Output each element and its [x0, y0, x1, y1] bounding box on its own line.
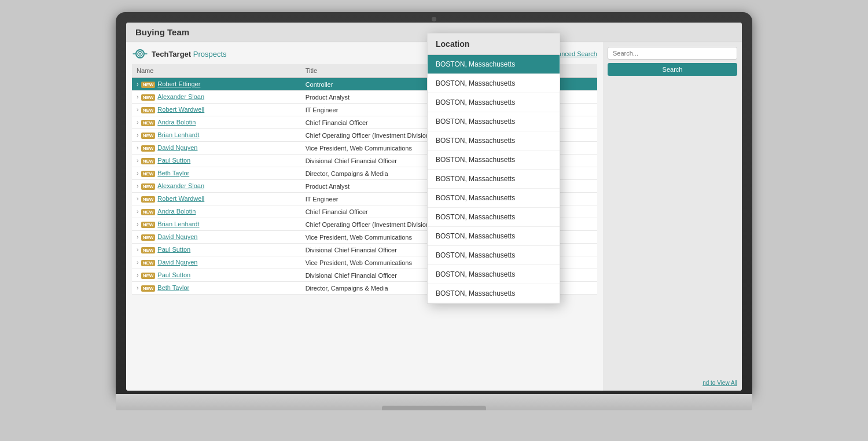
logo-text: TechTarget Prospects: [152, 50, 227, 58]
svg-point-2: [139, 53, 141, 54]
dropdown-item[interactable]: BOSTON, Massachusetts: [428, 112, 560, 131]
dropdown-item[interactable]: BOSTON, Massachusetts: [428, 208, 560, 227]
prospect-name-cell: ›NEWDavid Nguyen: [132, 231, 301, 244]
location-dropdown[interactable]: Location BOSTON, MassachusettsBOSTON, Ma…: [427, 33, 560, 304]
prospect-name-cell: ›NEWBeth Taylor: [132, 167, 301, 180]
prospect-name[interactable]: Brian Lenhardt: [157, 220, 199, 227]
dropdown-item[interactable]: BOSTON, Massachusetts: [428, 74, 560, 93]
search-input[interactable]: [608, 47, 737, 60]
dropdown-item[interactable]: BOSTON, Massachusetts: [428, 246, 560, 265]
expand-arrow: ›: [137, 182, 139, 189]
new-badge: NEW: [141, 145, 156, 152]
expand-arrow: ›: [137, 195, 139, 202]
dropdown-header: Location: [428, 34, 560, 55]
expand-arrow: ›: [137, 144, 139, 151]
new-badge: NEW: [141, 107, 156, 113]
prospect-name-cell: ›NEWAlexander Sloan: [132, 180, 301, 193]
expand-arrow: ›: [137, 208, 139, 215]
new-badge: NEW: [141, 171, 156, 177]
prospect-name-cell: ›NEWAndra Bolotin: [132, 205, 301, 218]
new-badge: NEW: [141, 234, 156, 241]
view-all-link[interactable]: nd to View All: [608, 380, 737, 386]
new-badge: NEW: [141, 158, 156, 164]
buying-team-title: Buying Team: [135, 27, 189, 37]
prospect-name[interactable]: Beth Taylor: [157, 170, 189, 177]
prospect-name[interactable]: Robert Wardwell: [157, 106, 204, 113]
expand-arrow: ›: [137, 271, 139, 278]
dropdown-item[interactable]: BOSTON, Massachusetts: [428, 189, 560, 208]
prospect-name-cell: ›NEWPaul Sutton: [132, 155, 301, 167]
prospect-name[interactable]: Paul Sutton: [157, 246, 190, 253]
dropdown-item[interactable]: BOSTON, Massachusetts: [428, 265, 560, 284]
prospect-name[interactable]: Alexander Sloan: [157, 182, 204, 189]
prospect-name[interactable]: Robert Wardwell: [157, 195, 204, 202]
screen-bezel: Buying Team: [116, 12, 752, 394]
prospect-name-cell: ›NEWBrian Lenhardt: [132, 218, 301, 231]
prospect-name[interactable]: David Nguyen: [157, 144, 197, 151]
prospect-name[interactable]: Alexander Sloan: [157, 93, 204, 100]
techtarget-logo-icon: [132, 48, 148, 60]
new-badge: NEW: [141, 209, 156, 215]
new-badge: NEW: [141, 94, 156, 101]
logo-sub: Prospects: [193, 50, 227, 58]
prospect-name[interactable]: Andra Bolotin: [157, 208, 196, 215]
dropdown-item[interactable]: BOSTON, Massachusetts: [428, 284, 560, 303]
laptop-frame: Buying Team: [116, 12, 752, 429]
dropdown-item[interactable]: BOSTON, Massachusetts: [428, 131, 560, 150]
expand-arrow: ›: [137, 246, 139, 253]
expand-arrow: ›: [137, 170, 139, 177]
prospect-name[interactable]: Brian Lenhardt: [157, 131, 199, 138]
laptop-base: [116, 394, 752, 410]
new-badge: NEW: [141, 273, 156, 279]
prospect-name[interactable]: David Nguyen: [157, 233, 197, 240]
expand-arrow: ›: [137, 80, 139, 87]
prospect-name-cell: ›NEWDavid Nguyen: [132, 142, 301, 155]
prospect-name[interactable]: Andra Bolotin: [157, 119, 196, 126]
prospect-name-cell: ›NEWAndra Bolotin: [132, 116, 301, 129]
new-badge: NEW: [141, 196, 156, 203]
advanced-search-link[interactable]: anced Search: [558, 50, 597, 57]
expand-arrow: ›: [137, 233, 139, 240]
right-panel: Search nd to View All: [603, 42, 742, 391]
prospect-name[interactable]: David Nguyen: [157, 259, 197, 266]
new-badge: NEW: [141, 260, 156, 266]
prospect-name[interactable]: Beth Taylor: [157, 284, 189, 291]
dropdown-item[interactable]: BOSTON, Massachusetts: [428, 170, 560, 189]
prospect-name[interactable]: Paul Sutton: [157, 271, 190, 278]
prospect-name-cell: ›NEWRobert Wardwell: [132, 193, 301, 205]
screen: Buying Team: [126, 23, 742, 391]
new-badge: NEW: [141, 183, 156, 190]
dropdown-item[interactable]: BOSTON, Massachusetts: [428, 150, 560, 170]
expand-arrow: ›: [137, 106, 139, 113]
expand-arrow: ›: [137, 93, 139, 100]
prospect-name-cell: ›NEWRobert Ettinger: [132, 78, 301, 91]
dropdown-item[interactable]: BOSTON, Massachusetts: [428, 55, 560, 74]
new-badge: NEW: [141, 222, 156, 228]
prospect-name-cell: ›NEWRobert Wardwell: [132, 104, 301, 116]
prospect-name[interactable]: Paul Sutton: [157, 157, 190, 164]
dropdown-item[interactable]: BOSTON, Massachusetts: [428, 93, 560, 112]
expand-arrow: ›: [137, 259, 139, 266]
prospect-name-cell: ›NEWDavid Nguyen: [132, 256, 301, 269]
logo-brand: TechTarget: [152, 50, 191, 58]
camera: [432, 17, 436, 21]
prospect-name-cell: ›NEWPaul Sutton: [132, 269, 301, 282]
expand-arrow: ›: [137, 131, 139, 138]
new-badge: NEW: [141, 82, 156, 88]
expand-arrow: ›: [137, 157, 139, 164]
new-badge: NEW: [141, 285, 156, 292]
prospect-name-cell: ›NEWBrian Lenhardt: [132, 129, 301, 142]
new-badge: NEW: [141, 133, 156, 139]
new-badge: NEW: [141, 120, 156, 126]
dropdown-item[interactable]: BOSTON, Massachusetts: [428, 227, 560, 246]
prospect-name-cell: ›NEWBeth Taylor: [132, 282, 301, 295]
expand-arrow: ›: [137, 119, 139, 126]
prospect-name[interactable]: Robert Ettinger: [157, 80, 200, 87]
search-button[interactable]: Search: [608, 63, 737, 76]
dropdown-items-container: BOSTON, MassachusettsBOSTON, Massachuset…: [428, 55, 560, 303]
prospect-name-cell: ›NEWPaul Sutton: [132, 244, 301, 256]
expand-arrow: ›: [137, 220, 139, 227]
logo-area: TechTarget Prospects: [132, 48, 227, 60]
expand-arrow: ›: [137, 284, 139, 291]
prospect-name-cell: ›NEWAlexander Sloan: [132, 91, 301, 104]
